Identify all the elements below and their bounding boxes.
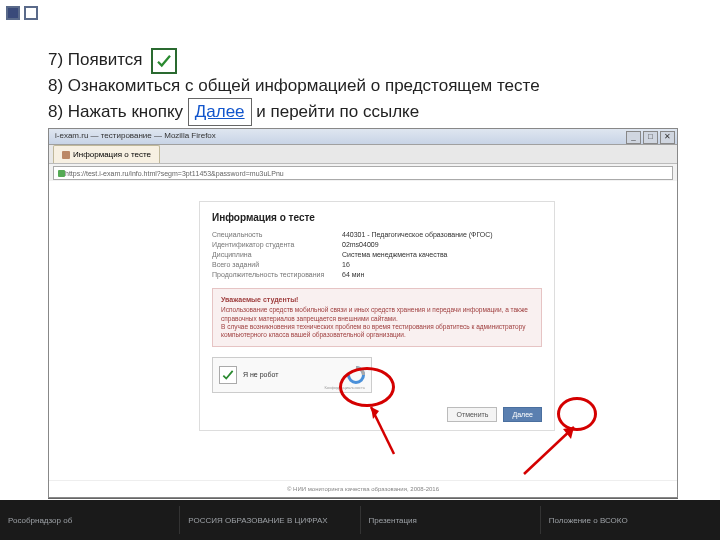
warning-alert: Уважаемые студенты! Использование средст… xyxy=(212,288,542,347)
window-controls: _ □ ✕ xyxy=(626,131,675,144)
strip-cell: Презентация xyxy=(361,506,541,534)
text: и перейти по ссылке xyxy=(256,102,419,121)
alert-text: Использование средств мобильной связи и … xyxy=(221,306,528,321)
green-check-icon xyxy=(151,48,177,74)
info-row: Всего заданий16 xyxy=(212,261,542,268)
url-input[interactable]: https://test.i-exam.ru/info.html?segm=3p… xyxy=(53,166,673,180)
close-button[interactable]: ✕ xyxy=(660,131,675,144)
next-link-sample: Далее xyxy=(188,98,252,126)
strip-cell: Рособрнадзор об xyxy=(0,506,180,534)
card-heading: Информация о тесте xyxy=(212,212,542,223)
alert-text: В случае возникновения технических пробл… xyxy=(221,323,525,338)
window-title: i-exam.ru — тестирование — Mozilla Firef… xyxy=(55,131,216,140)
recaptcha-widget[interactable]: Я не робот Конфиденциальность xyxy=(212,357,372,393)
info-row: Специальность440301 - Педагогическое обр… xyxy=(212,231,542,238)
maximize-button[interactable]: □ xyxy=(643,131,658,144)
info-row: ДисциплинаСистема менеджмента качества xyxy=(212,251,542,258)
decor-square xyxy=(6,6,20,20)
browser-window: i-exam.ru — тестирование — Mozilla Firef… xyxy=(48,128,678,498)
recaptcha-sub: Конфиденциальность xyxy=(324,385,365,390)
instruction-line: 8) Ознакомиться с общей информацией о пр… xyxy=(48,74,672,98)
page-footer: © НИИ мониторинга качества образования, … xyxy=(49,480,677,497)
recaptcha-icon xyxy=(347,366,365,384)
browser-tab[interactable]: Информация о тесте xyxy=(53,145,160,163)
alert-title: Уважаемые студенты! xyxy=(221,295,533,304)
corner-decor xyxy=(6,6,38,20)
lock-icon xyxy=(58,170,65,177)
strip-cell: Положение о ВСОКО xyxy=(541,506,720,534)
bottom-strip: Рособрнадзор об РОССИЯ ОБРАЗОВАНИЕ В ЦИФ… xyxy=(0,500,720,540)
recaptcha-label: Я не робот xyxy=(243,371,347,378)
info-row: Продолжительность тестирования64 мин xyxy=(212,271,542,278)
instruction-line: 8) Нажать кнопку Далее и перейти по ссыл… xyxy=(48,98,672,126)
minimize-button[interactable]: _ xyxy=(626,131,641,144)
instructions-block: 7) Появится 8) Ознакомиться с общей инфо… xyxy=(48,48,672,126)
text: 7) Появится xyxy=(48,50,143,69)
test-info-card: Информация о тесте Специальность440301 -… xyxy=(199,201,555,431)
strip-cell: РОССИЯ ОБРАЗОВАНИЕ В ЦИФРАХ xyxy=(180,506,360,534)
cancel-button[interactable]: Отменить xyxy=(447,407,497,422)
recaptcha-checkbox[interactable] xyxy=(219,366,237,384)
action-row: Отменить Далее xyxy=(212,407,542,422)
instruction-line: 7) Появится xyxy=(48,48,672,74)
page-body: Информация о тесте Специальность440301 -… xyxy=(49,181,677,497)
next-button[interactable]: Далее xyxy=(503,407,542,422)
info-row: Идентификатор студента02ms04009 xyxy=(212,241,542,248)
window-titlebar: i-exam.ru — тестирование — Mozilla Firef… xyxy=(49,129,677,145)
text: 8) Нажать кнопку xyxy=(48,102,183,121)
decor-square xyxy=(24,6,38,20)
tab-bar: Информация о тесте xyxy=(49,145,677,164)
